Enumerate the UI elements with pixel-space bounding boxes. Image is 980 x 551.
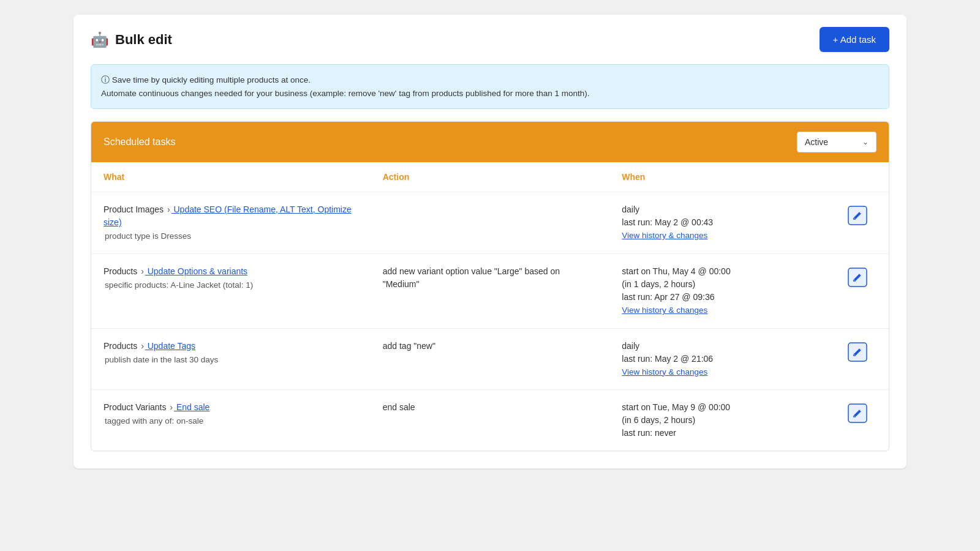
- what-sub-0: product type is Dresses: [104, 230, 358, 242]
- what-arrow-3: ›: [170, 402, 173, 412]
- chevron-down-icon: ⌄: [862, 138, 869, 146]
- tasks-section-header: Scheduled tasks Active ⌄: [91, 122, 889, 162]
- cell-edit-3: [833, 389, 889, 451]
- when-line2-0: last run: May 2 @ 00:43: [622, 216, 821, 229]
- status-label: Active: [805, 137, 828, 147]
- tasks-table: What Action When Product Images › Update…: [91, 162, 889, 451]
- when-line3-1: last run: Apr 27 @ 09:36: [622, 291, 821, 304]
- col-header-what: What: [91, 162, 371, 192]
- cell-what-1: Products › Update Options & variantsspec…: [91, 254, 371, 328]
- what-link-3[interactable]: End sale: [174, 402, 209, 412]
- edit-button-2[interactable]: [845, 340, 870, 364]
- edit-button-3[interactable]: [845, 401, 870, 425]
- col-header-edit: [833, 162, 889, 192]
- table-row: Products › Update Options & variantsspec…: [91, 254, 889, 328]
- view-history-link-2[interactable]: View history & changes: [622, 367, 707, 377]
- what-link-2[interactable]: Update Tags: [145, 341, 195, 351]
- what-prefix-2: Products: [104, 341, 140, 351]
- edit-button-0[interactable]: [845, 203, 870, 228]
- what-prefix-0: Product Images: [104, 204, 166, 214]
- when-line3-3: last run: never: [622, 427, 821, 440]
- what-sub-2: publish date in the last 30 days: [104, 354, 358, 366]
- edit-button-1[interactable]: [845, 265, 870, 290]
- cell-edit-1: [833, 254, 889, 328]
- what-prefix-3: Product Variants: [104, 402, 168, 412]
- what-sub-3: tagged with any of: on-sale: [104, 415, 358, 427]
- edit-icon-1: [848, 268, 867, 287]
- view-history-link-1[interactable]: View history & changes: [622, 305, 707, 315]
- cell-when-2: dailylast run: May 2 @ 21:06View history…: [609, 328, 833, 389]
- add-task-button[interactable]: + Add task: [820, 27, 889, 52]
- cell-when-3: start on Tue, May 9 @ 00:00(in 6 days, 2…: [609, 389, 833, 451]
- tasks-section-title: Scheduled tasks: [104, 137, 175, 148]
- page-title: 🤖 Bulk edit: [91, 31, 172, 48]
- cell-what-0: Product Images › Update SEO (File Rename…: [91, 192, 371, 254]
- cell-action-0: [371, 192, 610, 254]
- what-arrow-1: ›: [141, 266, 144, 276]
- cell-what-2: Products › Update Tagspublish date in th…: [91, 328, 371, 389]
- table-row: Product Variants › End saletagged with a…: [91, 389, 889, 451]
- cell-when-1: start on Thu, May 4 @ 00:00(in 1 days, 2…: [609, 254, 833, 328]
- cell-action-2: add tag "new": [371, 328, 610, 389]
- what-link-1[interactable]: Update Options & variants: [145, 266, 247, 276]
- when-line1-0: daily: [622, 203, 821, 216]
- page-container: 🤖 Bulk edit + Add task ⓘ Save time by qu…: [74, 15, 907, 468]
- what-arrow-0: ›: [167, 204, 170, 214]
- cell-action-3: end sale: [371, 389, 610, 451]
- what-prefix-1: Products: [104, 266, 140, 276]
- when-line1-3: start on Tue, May 9 @ 00:00: [622, 401, 821, 414]
- robot-icon: 🤖: [91, 31, 109, 48]
- col-header-when: When: [609, 162, 833, 192]
- cell-what-3: Product Variants › End saletagged with a…: [91, 389, 371, 451]
- col-header-action: Action: [371, 162, 610, 192]
- edit-icon-3: [848, 403, 867, 423]
- edit-icon-0: [848, 206, 867, 225]
- edit-icon-2: [848, 342, 867, 362]
- view-history-link-0[interactable]: View history & changes: [622, 231, 707, 240]
- info-banner: ⓘ Save time by quickly editing multiple …: [91, 64, 889, 109]
- cell-action-1: add new variant option value "Large" bas…: [371, 254, 610, 328]
- when-line1-1: start on Thu, May 4 @ 00:00: [622, 265, 821, 278]
- table-row: Products › Update Tagspublish date in th…: [91, 328, 889, 389]
- header: 🤖 Bulk edit + Add task: [74, 15, 907, 64]
- status-dropdown[interactable]: Active ⌄: [797, 132, 876, 152]
- when-line2-2: last run: May 2 @ 21:06: [622, 353, 821, 365]
- info-line-1: ⓘ Save time by quickly editing multiple …: [101, 73, 879, 87]
- cell-edit-2: [833, 328, 889, 389]
- what-arrow-2: ›: [141, 341, 144, 351]
- when-line2-3: (in 6 days, 2 hours): [622, 414, 821, 427]
- info-line-2: Automate continuous changes needed for y…: [101, 87, 879, 100]
- tasks-section: Scheduled tasks Active ⌄ What Action Whe…: [91, 121, 889, 451]
- what-sub-1: specific products: A-Line Jacket (total:…: [104, 279, 358, 291]
- cell-when-0: dailylast run: May 2 @ 00:43View history…: [609, 192, 833, 254]
- when-line1-2: daily: [622, 340, 821, 353]
- table-row: Product Images › Update SEO (File Rename…: [91, 192, 889, 254]
- when-line2-1: (in 1 days, 2 hours): [622, 278, 821, 291]
- cell-edit-0: [833, 192, 889, 254]
